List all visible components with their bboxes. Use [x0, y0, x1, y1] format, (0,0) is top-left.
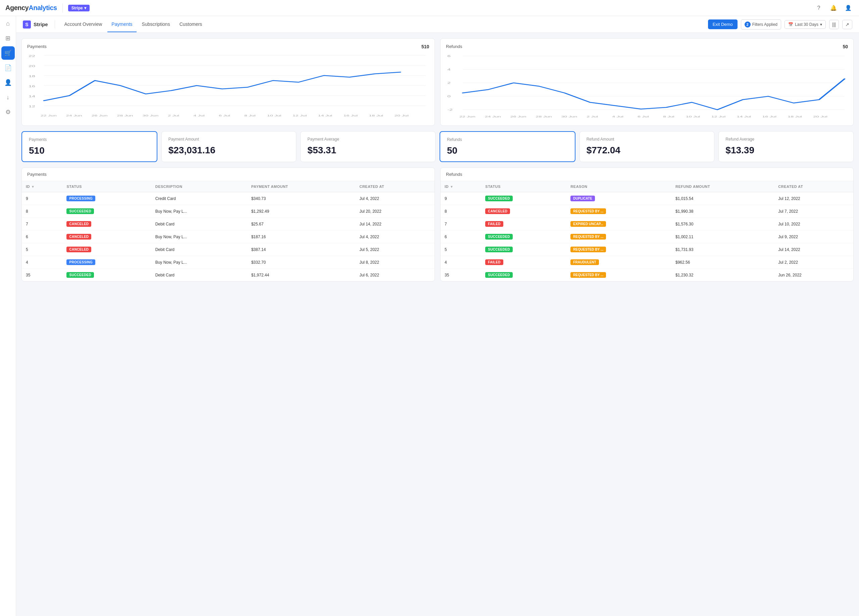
cell-amount: $1,972.44 — [247, 269, 356, 281]
payments-chart-card: Payments 510 22 20 18 16 14 12 — [22, 38, 435, 126]
metric-payments-value: 510 — [29, 145, 150, 156]
table-row[interactable]: 8 CANCELED REQUESTED BY ... $1,990.38 Ju… — [440, 205, 853, 218]
metric-payment-average[interactable]: Payment Average $53.31 — [300, 131, 436, 162]
metric-refund-amount-value: $772.04 — [587, 145, 708, 156]
stripe-brand-name: Stripe — [34, 22, 48, 27]
table-row[interactable]: 8 SUCCEEDED Buy Now, Pay L... $1,292.49 … — [22, 205, 434, 218]
cell-amount: $1,576.30 — [672, 218, 774, 231]
svg-text:2 Jul: 2 Jul — [168, 114, 179, 117]
filters-button[interactable]: 2 Filters Applied — [741, 19, 781, 30]
cell-created-at: Jul 14, 2022 — [774, 243, 853, 256]
calendar-icon: 📅 — [788, 22, 793, 27]
metric-payments[interactable]: Payments 510 — [22, 131, 158, 162]
table-row[interactable]: 7 CANCELED Debit Card $25.67 Jul 14, 202… — [22, 218, 434, 231]
sub-navigation: Account Overview Payments Subscriptions … — [60, 17, 206, 32]
sidebar-item-grid[interactable]: ⊞ — [2, 31, 15, 45]
metric-refund-average-label: Refund Average — [725, 137, 847, 142]
cell-created-at: Jul 4, 2022 — [355, 231, 434, 243]
notification-button[interactable]: 🔔 — [828, 3, 839, 13]
cell-created-at: Jul 14, 2022 — [355, 218, 434, 231]
tab-customers[interactable]: Customers — [175, 17, 206, 32]
table-row[interactable]: 5 CANCELED Debit Card $387.14 Jul 5, 202… — [22, 243, 434, 256]
filters-label: Filters Applied — [752, 22, 778, 27]
cell-status: SUCCEEDED — [481, 243, 566, 256]
cell-amount: $1,230.32 — [672, 269, 774, 281]
tab-account-overview[interactable]: Account Overview — [60, 17, 106, 32]
sidebar-item-home[interactable]: ⌂ — [2, 17, 15, 30]
main-content: S Stripe Account Overview Payments Subsc… — [16, 16, 859, 287]
svg-text:22 Jun: 22 Jun — [459, 115, 475, 118]
cell-id: 7 — [22, 218, 62, 231]
status-badge: SUCCEEDED — [66, 272, 94, 278]
cell-reason: REQUESTED BY ... — [566, 205, 672, 218]
table-row[interactable]: 4 PROCESSING Buy Now, Pay L... $332.70 J… — [22, 256, 434, 269]
svg-text:2: 2 — [447, 81, 451, 84]
sidebar-item-cart[interactable]: 🛒 — [2, 46, 15, 60]
metric-payment-average-label: Payment Average — [308, 137, 428, 142]
share-button[interactable]: ↗ — [842, 20, 852, 29]
reason-badge: REQUESTED BY ... — [570, 246, 606, 252]
metric-refund-average-value: $13.39 — [725, 145, 847, 156]
svg-text:4 Jul: 4 Jul — [612, 115, 623, 118]
cell-id: 4 — [22, 256, 62, 269]
cell-status: PROCESSING — [62, 192, 151, 205]
metric-refunds[interactable]: Refunds 50 — [440, 131, 575, 162]
cell-amount: $332.70 — [247, 256, 356, 269]
metric-refund-amount[interactable]: Refund Amount $772.04 — [579, 131, 715, 162]
table-row[interactable]: 6 CANCELED Buy Now, Pay L... $187.16 Jul… — [22, 231, 434, 243]
columns-button[interactable]: ||| — [829, 20, 839, 29]
tab-payments[interactable]: Payments — [108, 17, 136, 32]
svg-text:8 Jul: 8 Jul — [663, 115, 675, 118]
cell-status: FAILED — [481, 256, 566, 269]
table-row[interactable]: 4 FAILED FRAUDULENT $962.56 Jul 2, 2022 — [440, 256, 853, 269]
svg-text:22 Jun: 22 Jun — [41, 114, 57, 117]
col-id[interactable]: ID ▼ — [22, 181, 62, 192]
col-status: STATUS — [62, 181, 151, 192]
cell-id: 9 — [440, 192, 481, 205]
table-row[interactable]: 9 SUCCEEDED DUPLICATE $1,015.54 Jul 12, … — [440, 192, 853, 205]
svg-text:20: 20 — [28, 64, 35, 68]
cell-reason: FRAUDULENT — [566, 256, 672, 269]
svg-text:16 Jul: 16 Jul — [762, 115, 776, 118]
metric-payment-amount[interactable]: Payment Amount $23,031.16 — [161, 131, 297, 162]
help-button[interactable]: ? — [814, 3, 824, 13]
svg-text:12: 12 — [28, 104, 35, 108]
ref-col-created-at: CREATED AT — [774, 181, 853, 192]
table-row[interactable]: 9 PROCESSING Credit Card $340.73 Jul 4, … — [22, 192, 434, 205]
svg-text:20 Jul: 20 Jul — [813, 115, 828, 118]
svg-text:14 Jul: 14 Jul — [737, 115, 751, 118]
payments-chart-header: Payments 510 — [27, 44, 429, 49]
sidebar-item-download[interactable]: ↓ — [2, 90, 15, 104]
top-navigation: AgencyAnalytics Stripe ▾ ? 🔔 👤 — [0, 0, 859, 16]
chevron-down-icon: ▾ — [820, 22, 822, 27]
cell-id: 7 — [440, 218, 481, 231]
tab-subscriptions[interactable]: Subscriptions — [138, 17, 174, 32]
date-range-button[interactable]: 📅 Last 30 Days ▾ — [784, 20, 826, 29]
table-row[interactable]: 5 SUCCEEDED REQUESTED BY ... $1,731.93 J… — [440, 243, 853, 256]
status-badge: CANCELED — [66, 246, 91, 252]
ref-col-id[interactable]: ID ▼ — [440, 181, 481, 192]
svg-text:6 Jul: 6 Jul — [637, 115, 649, 118]
exit-demo-button[interactable]: Exit Demo — [708, 19, 737, 29]
cell-created-at: Jul 5, 2022 — [355, 243, 434, 256]
status-badge: SUCCEEDED — [485, 272, 513, 278]
cell-created-at: Jul 12, 2022 — [774, 192, 853, 205]
cell-status: SUCCEEDED — [481, 192, 566, 205]
cell-created-at: Jul 6, 2022 — [355, 269, 434, 281]
user-menu-button[interactable]: 👤 — [843, 3, 854, 13]
svg-text:14 Jul: 14 Jul — [318, 114, 333, 117]
table-row[interactable]: 35 SUCCEEDED REQUESTED BY ... $1,230.32 … — [440, 269, 853, 281]
svg-text:10 Jul: 10 Jul — [686, 115, 700, 118]
sidebar-item-file[interactable]: 📄 — [2, 61, 15, 75]
table-row[interactable]: 35 SUCCEEDED Debit Card $1,972.44 Jul 6,… — [22, 269, 434, 281]
metric-refund-average[interactable]: Refund Average $13.39 — [718, 131, 854, 162]
integration-badge[interactable]: Stripe ▾ — [68, 5, 90, 11]
table-row[interactable]: 6 SUCCEEDED REQUESTED BY ... $1,002.11 J… — [440, 231, 853, 243]
refunds-chart-title: Refunds — [446, 44, 462, 49]
cell-amount: $1,990.38 — [672, 205, 774, 218]
table-row[interactable]: 7 FAILED EXPIRED UNCAP... $1,576.30 Jul … — [440, 218, 853, 231]
sidebar-item-users[interactable]: 👤 — [2, 76, 15, 89]
svg-text:14: 14 — [28, 95, 35, 98]
refunds-table-header: Refunds — [440, 168, 853, 181]
sidebar-item-settings[interactable]: ⚙ — [2, 105, 15, 119]
